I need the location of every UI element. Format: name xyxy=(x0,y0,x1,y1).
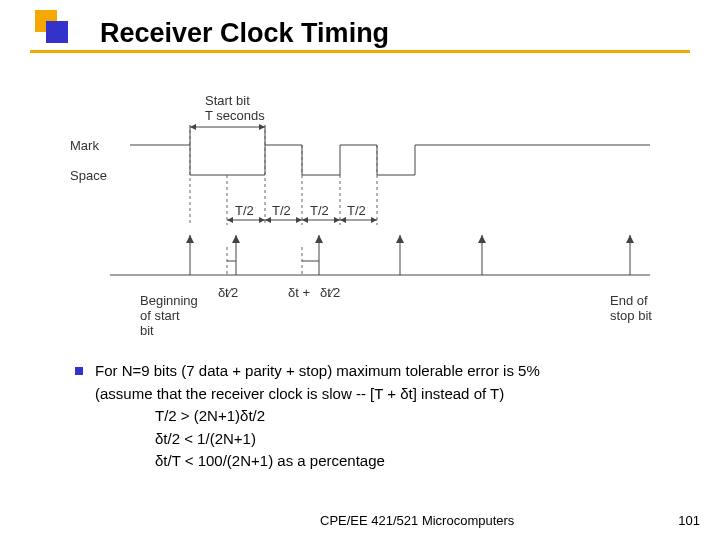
label-dt2: δt⁄2 xyxy=(218,285,238,300)
svg-marker-22 xyxy=(340,217,346,223)
bullet-sub3: δt/T < 100/(2N+1) as a percentage xyxy=(155,450,675,473)
label-dt2b: δt⁄2 xyxy=(320,285,340,300)
label-end2: stop bit xyxy=(610,308,652,323)
svg-marker-26 xyxy=(186,235,194,243)
svg-marker-19 xyxy=(302,217,308,223)
svg-marker-30 xyxy=(315,235,323,243)
bullet-icon xyxy=(75,367,83,375)
bullet-main1: For N=9 bits (7 data + parity + stop) ma… xyxy=(95,362,540,379)
bullet-block: For N=9 bits (7 data + parity + stop) ma… xyxy=(75,360,675,473)
svg-marker-13 xyxy=(227,217,233,223)
bullet-main2: (assume that the receiver clock is slow … xyxy=(95,385,504,402)
label-thalf-4: T/2 xyxy=(347,203,366,218)
svg-marker-36 xyxy=(626,235,634,243)
bullet-sub1: T/2 > (2N+1)δt/2 xyxy=(155,405,675,428)
label-mark: Mark xyxy=(70,138,99,153)
svg-marker-23 xyxy=(371,217,377,223)
svg-marker-20 xyxy=(334,217,340,223)
footer-course: CPE/EE 421/521 Microcomputers xyxy=(320,513,514,528)
label-startbit-2: T seconds xyxy=(205,108,265,123)
bullet-text: For N=9 bits (7 data + parity + stop) ma… xyxy=(95,360,675,473)
arrow-end-stop xyxy=(626,235,634,275)
bullet-item: For N=9 bits (7 data + parity + stop) ma… xyxy=(75,360,675,473)
title-underline xyxy=(30,50,690,53)
label-space: Space xyxy=(70,168,107,183)
svg-marker-3 xyxy=(190,124,196,130)
svg-marker-17 xyxy=(296,217,302,223)
label-startbit-1: Start bit xyxy=(205,93,250,108)
label-begin2: of start xyxy=(140,308,180,323)
label-begin1: Beginning xyxy=(140,293,198,308)
bullet-sub2: δt/2 < 1/(2N+1) xyxy=(155,428,675,451)
label-end1: End of xyxy=(610,293,648,308)
page-title: Receiver Clock Timing xyxy=(100,18,389,49)
svg-marker-4 xyxy=(259,124,265,130)
svg-marker-32 xyxy=(396,235,404,243)
label-dtplus: δt + xyxy=(288,285,310,300)
svg-marker-16 xyxy=(265,217,271,223)
footer-page: 101 xyxy=(678,513,700,528)
label-thalf-2: T/2 xyxy=(272,203,291,218)
accent-block-blue xyxy=(46,21,68,43)
arrow-start-bit xyxy=(186,235,194,275)
label-thalf-3: T/2 xyxy=(310,203,329,218)
svg-marker-34 xyxy=(478,235,486,243)
svg-marker-28 xyxy=(232,235,240,243)
timing-svg: text { font-family: Arial, Helvetica, sa… xyxy=(70,75,670,340)
svg-marker-14 xyxy=(259,217,265,223)
label-thalf-1: T/2 xyxy=(235,203,254,218)
timing-diagram: text { font-family: Arial, Helvetica, sa… xyxy=(70,75,670,344)
label-begin3: bit xyxy=(140,323,154,338)
